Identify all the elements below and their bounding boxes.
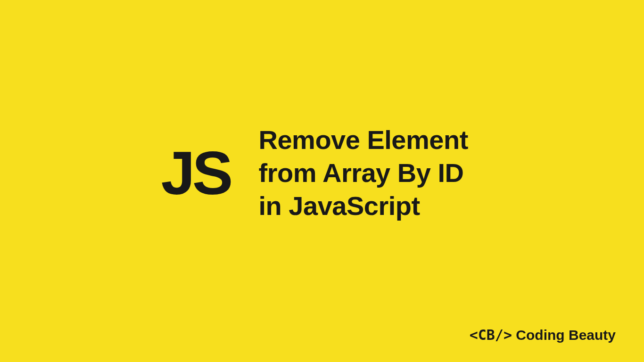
brand-tag: <CB/> bbox=[470, 327, 512, 343]
article-title: Remove Element from Array By ID in JavaS… bbox=[259, 123, 483, 222]
brand-footer: <CB/> Coding Beauty bbox=[470, 327, 616, 343]
brand-name: Coding Beauty bbox=[516, 327, 616, 343]
js-badge: JS bbox=[161, 142, 231, 204]
hero-content: JS Remove Element from Array By ID in Ja… bbox=[161, 123, 483, 222]
